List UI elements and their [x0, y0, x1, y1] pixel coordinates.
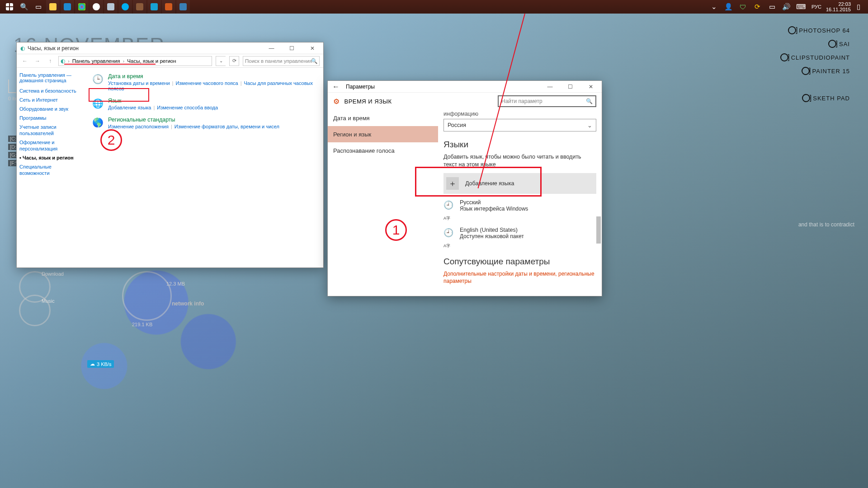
- cp-task-link[interactable]: Добавление языка: [108, 105, 151, 110]
- cp-task-link[interactable]: Изменение часового пояса: [175, 80, 238, 86]
- taskbar-app-itunes[interactable]: [90, 0, 103, 14]
- settings-search-input[interactable]: Найти параметр 🔍: [498, 95, 596, 107]
- cp-titlebar[interactable]: ◐ Часы, язык и регион — ☐ ✕: [17, 42, 323, 54]
- settings-sidebar-item[interactable]: Регион и язык: [328, 126, 438, 142]
- cp-sidebar-item[interactable]: Часы, язык и регион: [19, 155, 82, 161]
- taskview-icon[interactable]: ▭: [32, 0, 45, 14]
- cp-search-input[interactable]: Поиск в панели управления 🔍: [243, 56, 320, 66]
- cp-sidebar-item[interactable]: Программы: [19, 115, 82, 121]
- annotation-underline: [64, 64, 156, 65]
- close-button[interactable]: ✕: [580, 81, 601, 92]
- taskbar-app-generic2[interactable]: [133, 0, 146, 14]
- tray-language[interactable]: РУС: [811, 4, 821, 9]
- cp-sidebar-item[interactable]: Сеть и Интернет: [19, 97, 82, 103]
- taskbar-app-skype[interactable]: [118, 0, 132, 14]
- cp-address-bar: ← → ↑ ◐ › Панель управления › Часы, язык…: [17, 54, 323, 68]
- hud-music-label: Music: [42, 298, 55, 304]
- start-button[interactable]: [3, 0, 16, 14]
- language-item[interactable]: 🕘A字 English (United States) Доступен язы…: [443, 227, 596, 249]
- tray-shield-icon[interactable]: 🛡: [736, 0, 750, 14]
- language-name: Русский: [460, 199, 528, 206]
- cp-category-title[interactable]: Дата и время: [108, 73, 316, 80]
- breadcrumb-leaf[interactable]: Часы, язык и регион: [127, 58, 176, 64]
- search-icon: 🔍: [586, 98, 593, 104]
- cp-sidebar-item[interactable]: Оборудование и звук: [19, 106, 82, 112]
- search-placeholder: Найти параметр: [501, 98, 542, 104]
- country-select[interactable]: Россия: [443, 119, 596, 131]
- divider: |: [169, 124, 175, 129]
- breadcrumb-root[interactable]: Панель управления: [72, 58, 120, 64]
- desktop-shortcut[interactable]: PHOTOSHOP 64: [788, 26, 850, 34]
- desktop-shortcut[interactable]: SAI: [828, 40, 850, 48]
- related-settings-link[interactable]: Дополнительные настройки даты и времени,…: [443, 270, 596, 285]
- country-label-fragment: информацию: [443, 111, 596, 117]
- scrollbar-thumb[interactable]: [596, 216, 601, 244]
- nav-back-icon[interactable]: ←: [20, 58, 29, 64]
- cp-task-link[interactable]: Установка даты и времени: [108, 80, 170, 86]
- taskbar-app-photos[interactable]: [75, 0, 89, 14]
- desktop-shortcut[interactable]: CLIPSTUDIOPAINT: [780, 53, 850, 61]
- settings-sidebar-item[interactable]: Дата и время: [328, 110, 438, 126]
- taskbar-app-store[interactable]: [61, 0, 74, 14]
- search-taskbar-icon[interactable]: 🔍: [17, 0, 31, 14]
- taskbar-app-generic1[interactable]: [104, 0, 118, 14]
- tray-network-icon[interactable]: ▭: [765, 0, 779, 14]
- settings-sidebar-item[interactable]: Распознавание голоса: [328, 142, 438, 159]
- taskbar-app-settings[interactable]: [162, 0, 175, 14]
- minimize-button[interactable]: —: [540, 81, 560, 92]
- tray-notifications-icon[interactable]: ▯: [852, 0, 865, 14]
- cloud-icon: ☁: [90, 361, 95, 367]
- settings-sidebar: Дата и времяРегион и языкРаспознавание г…: [328, 110, 438, 296]
- maximize-button[interactable]: ☐: [560, 81, 580, 92]
- minimize-button[interactable]: —: [261, 43, 282, 54]
- cp-sidebar-item[interactable]: Система и безопасность: [19, 88, 82, 94]
- tray-people-icon[interactable]: 👤: [722, 0, 736, 14]
- tray-chevron-icon[interactable]: ⌄: [708, 0, 721, 14]
- cp-main: 🕒Дата и времяУстановка даты и времени|Из…: [85, 68, 323, 267]
- svg-rect-1: [10, 3, 13, 6]
- taskbar-app-generic3[interactable]: [176, 0, 190, 14]
- nav-forward-icon[interactable]: →: [33, 58, 42, 64]
- cp-task-link[interactable]: Изменение расположения: [108, 124, 169, 129]
- tray-volume-icon[interactable]: 🔊: [780, 0, 793, 14]
- cp-sidebar-item[interactable]: Учетные записи пользователей: [19, 124, 82, 136]
- refresh-button[interactable]: ⟳: [229, 56, 239, 66]
- taskbar-app-explorer[interactable]: [46, 0, 60, 14]
- hud-mem-value: 12.3 MB: [166, 281, 185, 286]
- scrollbar[interactable]: [596, 216, 601, 295]
- net-speed-badge[interactable]: ☁3 KB/s: [87, 360, 114, 368]
- control-panel-window: ◐ Часы, язык и регион — ☐ ✕ ← → ↑ ◐ › Па…: [16, 42, 324, 268]
- language-item[interactable]: 🕘A字 Русский Язык интерфейса Windows: [443, 199, 596, 221]
- search-icon: 🔍: [311, 58, 317, 64]
- tray-clock[interactable]: 22:03 16.11.2015: [826, 1, 851, 12]
- taskbar-app-cloud[interactable]: [147, 0, 161, 14]
- language-sub: Язык интерфейса Windows: [460, 206, 528, 212]
- tray-sync-icon[interactable]: ⟳: [751, 0, 764, 14]
- divider: |: [151, 105, 157, 110]
- address-dropdown-icon[interactable]: ⌄: [216, 56, 226, 66]
- cp-category-title[interactable]: Язык: [108, 98, 218, 104]
- maximize-button[interactable]: ☐: [282, 43, 302, 54]
- tray-keyboard-icon[interactable]: ⌨: [794, 0, 808, 14]
- cp-task-link[interactable]: Изменение способа ввода: [157, 105, 218, 110]
- settings-titlebar[interactable]: ← Параметры — ☐ ✕: [328, 81, 602, 93]
- cp-category-title[interactable]: Региональные стандарты: [108, 117, 279, 123]
- cp-sidebar-item[interactable]: Оформление и персонализация: [19, 139, 82, 152]
- settings-header: ⚙ ВРЕМЯ И ЯЗЫК Найти параметр 🔍: [328, 93, 602, 110]
- hud-netinfo-label: network info: [172, 300, 204, 307]
- cp-window-icon: ◐: [20, 45, 25, 52]
- cp-home-link[interactable]: Панель управления — домашняя страница: [19, 72, 82, 83]
- shortcut-icon: [788, 26, 796, 34]
- add-language-button[interactable]: ＋ Добавление языка: [443, 173, 596, 194]
- close-button[interactable]: ✕: [302, 43, 322, 54]
- cp-sidebar-item[interactable]: Специальные возможности: [19, 164, 82, 176]
- related-heading: Сопутсвующие параметры: [443, 257, 596, 267]
- tray-date: 16.11.2015: [826, 7, 851, 12]
- cp-window-title: Часы, язык и регион: [28, 45, 79, 52]
- nav-up-icon[interactable]: ↑: [46, 58, 55, 64]
- cp-task-link[interactable]: Изменение форматов даты, времени и чисел: [175, 124, 279, 129]
- desktop-shortcut[interactable]: PAINTER 15: [802, 67, 850, 75]
- desktop-shortcut[interactable]: SKETH PAD: [802, 94, 850, 102]
- back-button[interactable]: ←: [332, 83, 340, 91]
- hud-disk-value: 219.1 KB: [132, 322, 152, 327]
